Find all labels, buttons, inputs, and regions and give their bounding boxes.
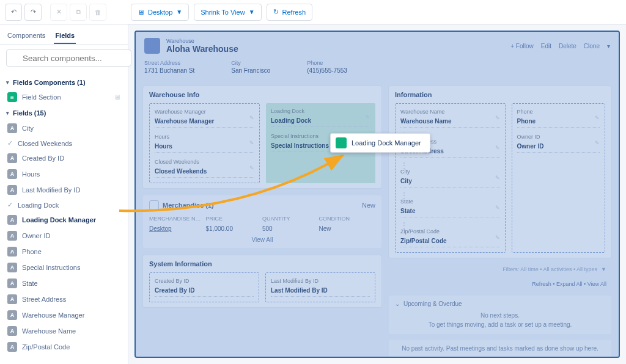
device-select[interactable]: 🖥 Desktop ▼ bbox=[131, 4, 189, 21]
chevron-down-icon[interactable]: ⌄ bbox=[395, 300, 400, 307]
app-toolbar: ↶ ↷ ✕ ⧉ 🗑 🖥 Desktop ▼ Shrink To View ▼ ↻… bbox=[0, 0, 626, 24]
checkbox-icon: ✓ bbox=[7, 139, 13, 147]
copy-button[interactable]: ⧉ bbox=[70, 4, 87, 21]
cut-button[interactable]: ✕ bbox=[50, 4, 67, 21]
refresh-button[interactable]: ↻ Refresh bbox=[267, 4, 313, 21]
filter-text: Filters: All time • All activities • All… bbox=[503, 266, 597, 272]
activity-links[interactable]: Refresh • Expand All • View All bbox=[389, 281, 611, 289]
edit-icon[interactable]: ✎ bbox=[595, 140, 600, 146]
palette-field[interactable]: ALast Modified By ID bbox=[6, 182, 122, 198]
palette-field[interactable]: AWarehouse Name bbox=[6, 323, 122, 339]
text-field-icon: A bbox=[7, 294, 17, 304]
header-field-value: 1731 Buchanan St bbox=[144, 67, 194, 74]
record-preview: Warehouse Aloha Warehouse + Follow Edit … bbox=[134, 31, 620, 358]
palette-label: Hours bbox=[22, 170, 40, 178]
palette-field[interactable]: ACity bbox=[6, 120, 122, 136]
text-field-icon: A bbox=[7, 231, 17, 241]
palette-field[interactable]: ASpecial Instructions bbox=[6, 260, 122, 275]
palette-label: Field Section bbox=[22, 93, 61, 101]
cell[interactable]: Desktop bbox=[149, 225, 206, 232]
palette-field[interactable]: AOwner ID bbox=[6, 228, 122, 244]
edit-icon[interactable]: ✎ bbox=[495, 115, 500, 121]
col-header: PRICE bbox=[206, 216, 263, 222]
palette-label: City bbox=[22, 125, 34, 132]
edit-icon[interactable]: ✎ bbox=[495, 205, 500, 211]
section-title: Fields Components (1) bbox=[13, 79, 86, 86]
delete-record-button[interactable]: Delete bbox=[559, 43, 576, 49]
field-value: Owner ID bbox=[517, 142, 600, 153]
text-field-icon: A bbox=[7, 326, 17, 336]
refresh-label: Refresh bbox=[282, 9, 306, 16]
field-label: Warehouse Name bbox=[400, 109, 500, 115]
object-icon bbox=[144, 38, 160, 54]
palette-label: Special Instructions bbox=[22, 264, 80, 271]
new-button[interactable]: New bbox=[362, 202, 375, 209]
object-label: Warehouse bbox=[166, 38, 238, 44]
drag-ghost: Loading Dock Manager bbox=[330, 133, 430, 153]
edit-icon[interactable]: ✎ bbox=[249, 115, 254, 121]
edit-icon[interactable]: ✎ bbox=[595, 115, 600, 121]
section-fields[interactable]: ▾ Fields (15) bbox=[6, 104, 122, 120]
edit-button[interactable]: Edit bbox=[541, 43, 551, 49]
card-title: System Information bbox=[149, 260, 375, 268]
edit-icon[interactable]: ✎ bbox=[495, 175, 500, 181]
edit-icon[interactable]: ✎ bbox=[495, 235, 500, 241]
tab-fields[interactable]: Fields bbox=[54, 28, 76, 44]
chevron-down-icon: ▼ bbox=[249, 9, 255, 15]
edit-icon[interactable]: ✎ bbox=[249, 140, 254, 146]
palette-field-section[interactable]: ≡ Field Section 🖥 bbox=[6, 90, 122, 104]
palette-label: Warehouse Manager bbox=[22, 311, 84, 319]
more-actions[interactable]: ▾ bbox=[607, 43, 610, 49]
card-system-info: System Information Created By IDCreated … bbox=[143, 255, 381, 307]
follow-button[interactable]: + Follow bbox=[510, 43, 534, 49]
canvas: Warehouse Aloha Warehouse + Follow Edit … bbox=[128, 24, 626, 364]
palette-field[interactable]: AHours bbox=[6, 166, 122, 182]
field-value: Hours bbox=[155, 142, 254, 153]
palette-field[interactable]: AWarehouse Manager bbox=[6, 307, 122, 323]
tab-components[interactable]: Components bbox=[6, 28, 46, 44]
section-fields-components[interactable]: ▾ Fields Components (1) bbox=[6, 74, 122, 90]
text-field-icon: A bbox=[7, 247, 17, 257]
palette-field[interactable]: APhone bbox=[6, 244, 122, 260]
desktop-icon: 🖥 bbox=[114, 93, 120, 101]
palette-label: Created By ID bbox=[22, 155, 64, 162]
field-value: Phone bbox=[517, 117, 600, 128]
card-title: Information bbox=[395, 91, 605, 98]
palette-label: Last Modified By ID bbox=[22, 186, 80, 194]
edit-icon[interactable]: ✎ bbox=[249, 165, 254, 171]
palette-field[interactable]: AZip/Postal Code bbox=[6, 339, 122, 355]
view-all-link[interactable]: View All bbox=[149, 234, 375, 243]
header-field-label: City bbox=[231, 60, 270, 66]
palette-field[interactable]: ✓Loading Dock bbox=[6, 198, 122, 212]
edit-icon[interactable]: ✎ bbox=[366, 114, 370, 120]
palette-field[interactable]: ALoading Dock Manager bbox=[6, 212, 122, 228]
field-label: Last Modified By ID bbox=[271, 278, 370, 284]
palette-label: Street Address bbox=[22, 296, 66, 303]
card-merchandise: Merchandise (1) New MERCHANDISE N… PRICE… bbox=[143, 195, 381, 248]
palette-field[interactable]: ✓Closed Weekends bbox=[6, 136, 122, 150]
header-field-label: Phone bbox=[307, 60, 347, 66]
related-icon bbox=[149, 200, 159, 210]
edit-icon[interactable]: ✎ bbox=[495, 145, 500, 151]
header-field-value: (415)555-7553 bbox=[307, 67, 347, 74]
col-header: CONDITION bbox=[319, 216, 376, 222]
record-name: Aloha Warehouse bbox=[166, 44, 238, 54]
redo-button[interactable]: ↷ bbox=[24, 4, 42, 21]
drag-handle-icon[interactable]: ⋮ bbox=[400, 224, 500, 227]
palette-field[interactable]: ACreated By ID bbox=[6, 150, 122, 166]
section-title: Fields (15) bbox=[13, 109, 46, 117]
delete-button[interactable]: 🗑 bbox=[89, 4, 106, 21]
field-label: Phone bbox=[517, 109, 600, 115]
drag-handle-icon[interactable]: ⋮ bbox=[400, 164, 500, 167]
table-row[interactable]: Desktop $1,000.00 500 New bbox=[149, 224, 375, 234]
field-label: State bbox=[400, 198, 500, 205]
zoom-select[interactable]: Shrink To View ▼ bbox=[194, 4, 261, 21]
clone-button[interactable]: Clone bbox=[584, 43, 600, 49]
activity-filters: Filters: All time • All activities • All… bbox=[389, 264, 611, 275]
palette-field[interactable]: AStreet Address bbox=[6, 291, 122, 307]
undo-button[interactable]: ↶ bbox=[5, 4, 22, 21]
drag-handle-icon[interactable]: ⋮ bbox=[400, 194, 500, 197]
filter-icon[interactable]: ▼ bbox=[601, 266, 606, 272]
search-input[interactable] bbox=[6, 49, 131, 67]
palette-field[interactable]: AState bbox=[6, 275, 122, 291]
